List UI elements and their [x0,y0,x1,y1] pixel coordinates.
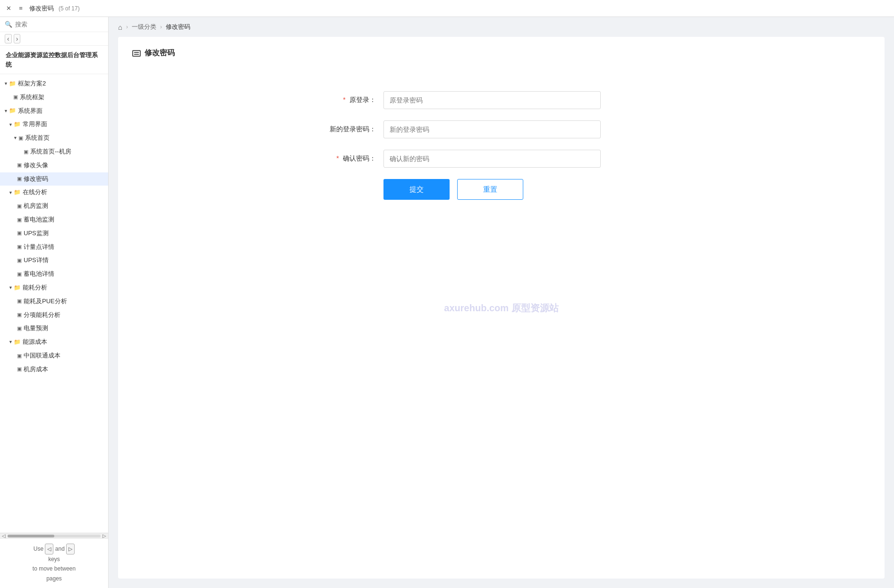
triangle-icon: ▼ [9,121,13,128]
submit-button[interactable]: 提交 [383,179,450,200]
page-icon: ▣ [17,243,22,251]
sidebar-item-meter-detail[interactable]: ▣ 计量点详情 [0,240,108,254]
page-icon: ▣ [17,311,22,319]
page-icon: ▣ [17,256,22,265]
page-card: axurehub.com 原型资源站 修改密码 * 原登录： [118,37,885,579]
folder-icon: 📁 [14,283,21,292]
top-bar-title: 修改密码 [29,4,54,13]
hscroll-thumb [8,535,54,537]
search-input[interactable] [15,21,103,28]
triangle-icon: ▼ [4,108,8,114]
sidebar-item-battery-detail[interactable]: ▣ 蓄电池详情 [0,267,108,281]
sidebar-item-sub-energy[interactable]: ▣ 分项能耗分析 [0,308,108,322]
page-icon: ▣ [17,202,22,211]
sidebar-item-ups-monitor[interactable]: ▣ UPS监测 [0,227,108,240]
tree-label: 修改头像 [24,161,48,170]
sidebar-item-syshome-machine[interactable]: ▣ 系统首页--机房 [0,145,108,159]
change-password-form: * 原登录： 新的登录密码： * 确认密码： [289,72,714,219]
triangle-icon: ▼ [9,189,13,196]
close-icon[interactable]: ✕ [5,5,12,12]
form-row-old-password: * 原登录： [289,91,714,109]
sidebar-item-battery-monitor[interactable]: ▣ 蓄电池监测 [0,213,108,227]
sidebar-item-sysframe[interactable]: ▣ 系统框架 [0,91,108,104]
triangle-icon: ▼ [9,339,13,345]
page-icon: ▣ [24,148,28,156]
tree-label: UPS监测 [24,229,49,239]
tree-label: 能源成本 [23,337,47,347]
form-buttons: 提交 重置 [289,179,714,200]
tree-label: 蓄电池详情 [24,269,54,279]
sidebar-item-framework2[interactable]: ▼ 📁 框架方案2 [0,77,108,91]
page-icon: ▣ [17,175,22,183]
hscroll-right-arrow[interactable]: ▷ [102,533,106,538]
page-icon: ▣ [18,134,23,143]
sidebar-item-syshome[interactable]: ▼ ▣ 系统首页 [0,131,108,145]
sidebar-item-edit-avatar[interactable]: ▣ 修改头像 [0,159,108,172]
page-icon: ▣ [13,93,18,102]
tree-label: 中国联通成本 [24,351,60,361]
tree-label: 电量预测 [24,324,48,333]
breadcrumb: ⌂ › 一级分类 › 修改密码 [109,17,894,37]
sidebar-item-machine-monitor[interactable]: ▣ 机房监测 [0,199,108,213]
folder-icon: 📁 [14,188,21,197]
page-icon: ▣ [17,324,22,333]
triangle-icon: ▼ [4,80,8,87]
nav-forward-arrow[interactable]: › [14,34,21,43]
sidebar-item-energy-pue[interactable]: ▣ 能耗及PUE分析 [0,295,108,308]
sidebar-item-energy-analysis[interactable]: ▼ 📁 能耗分析 [0,281,108,295]
page-icon: ▣ [17,270,22,279]
tree-label: 系统界面 [18,106,43,116]
tree-label: 机房成本 [24,365,48,375]
sidebar-item-machine-cost[interactable]: ▣ 机房成本 [0,363,108,376]
tree-label: 框架方案2 [18,79,46,89]
tree-label: 常用界面 [23,119,47,129]
hscroll-track[interactable] [8,535,101,537]
home-icon[interactable]: ⌂ [118,23,122,31]
folder-icon: 📁 [14,338,21,347]
sidebar-item-common[interactable]: ▼ 📁 常用界面 [0,118,108,131]
sidebar-tree: ▼ 📁 框架方案2 ▣ 系统框架 ▼ 📁 系统界面 ▼ 📁 [0,74,108,533]
sidebar-item-edit-password[interactable]: ▣ 修改密码 [0,172,108,186]
tree-label: 能耗分析 [23,283,47,293]
app-title: 企业能源资源监控数据后台管理系统 [0,46,108,74]
old-password-input[interactable] [383,91,601,109]
breadcrumb-level1[interactable]: 一级分类 [132,23,156,31]
breadcrumb-sep1: › [126,24,128,30]
menu-icon[interactable]: ≡ [17,5,25,12]
new-password-input[interactable] [383,120,601,138]
reset-button[interactable]: 重置 [457,179,523,200]
main-layout: 🔍 ‹ › 企业能源资源监控数据后台管理系统 ▼ 📁 框架方案2 ▣ 系统框架 [0,17,894,588]
tree-label: 在线分析 [23,187,47,197]
sidebar-item-energy-cost[interactable]: ▼ 📁 能源成本 [0,335,108,349]
page-icon: ▣ [17,297,22,306]
page-icon: ▣ [17,365,22,374]
tree-label: 蓄电池监测 [24,215,54,225]
page-title: 修改密码 [145,48,175,58]
tree-label: 能耗及PUE分析 [24,297,67,307]
hint-pages: pages [46,575,62,582]
required-star: * [343,96,345,103]
folder-icon: 📁 [9,106,16,115]
sidebar-bottom-hint: Use ◁ and ▷ keys to move between pages [0,538,108,588]
triangle-icon: ▼ [9,284,13,291]
form-row-confirm-password: * 确认密码： [289,150,714,168]
hscroll-left-arrow[interactable]: ◁ [2,533,6,538]
sidebar-item-sysui[interactable]: ▼ 📁 系统界面 [0,104,108,118]
sidebar-item-chinatelecom-cost[interactable]: ▣ 中国联通成本 [0,349,108,363]
content-area: ⌂ › 一级分类 › 修改密码 axurehub.com 原型资源站 修改密码 … [109,17,894,588]
hint-use: Use [34,545,43,552]
nav-back-arrow[interactable]: ‹ [5,34,12,43]
sidebar-item-ups-detail[interactable]: ▣ UPS详情 [0,254,108,267]
page-icon: ▣ [17,216,22,224]
sidebar-nav-arrows: ‹ › [0,32,108,46]
confirm-password-input[interactable] [383,150,601,168]
kbd-left: ◁ [45,544,53,554]
sidebar-item-online-analysis[interactable]: ▼ 📁 在线分析 [0,186,108,199]
breadcrumb-sep2: › [160,24,162,30]
form-row-new-password: 新的登录密码： [289,120,714,138]
tree-label: UPS详情 [24,256,49,265]
tree-label: 系统首页 [25,133,50,143]
sidebar-item-energy-forecast[interactable]: ▣ 电量预测 [0,322,108,335]
sidebar-hscrollbar: ◁ ▷ [0,533,108,538]
hint-move: to move between [33,565,76,572]
